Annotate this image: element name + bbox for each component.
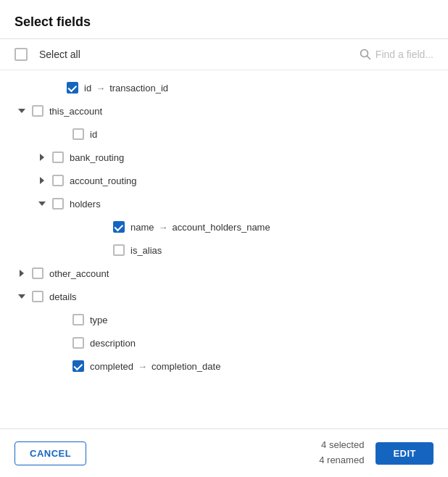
cancel-button[interactable]: CANCEL: [14, 441, 86, 465]
chevron-right-icon-account: [40, 177, 44, 184]
chevron-down-icon-holders: [38, 202, 46, 206]
expander-placeholder-details-type: [55, 312, 70, 327]
checkbox-holders-name[interactable]: [113, 221, 125, 233]
footer: CANCEL 4 selected 4 renamed EDIT: [0, 428, 448, 477]
checkbox-this-account[interactable]: [32, 105, 43, 117]
search-icon: [360, 49, 371, 60]
checkbox-this-account-id[interactable]: [72, 128, 84, 140]
field-name-holders-name: name: [130, 222, 154, 233]
field-row-this-account: this_account: [0, 99, 448, 123]
field-row-details: details: [0, 285, 448, 308]
chevron-right-icon-bank: [40, 154, 44, 161]
field-name-holders-is-alias: is_alias: [130, 245, 162, 256]
field-row-other-account: other_account: [0, 262, 448, 285]
field-name-account-routing: account_routing: [70, 175, 137, 186]
renamed-field-id-top: transaction_id: [109, 83, 168, 94]
field-row-this-account-id: id: [0, 123, 448, 146]
checkbox-id-top[interactable]: [67, 82, 78, 94]
svg-line-1: [367, 57, 370, 59]
edit-button[interactable]: EDIT: [376, 442, 434, 465]
select-all-label[interactable]: Select all: [39, 49, 80, 60]
renamed-field-holders-name: account_holders_name: [173, 222, 270, 233]
chevron-down-icon: [18, 109, 25, 113]
field-row-id-top: id → transaction_id: [0, 76, 448, 99]
field-name-id-top: id: [84, 83, 91, 94]
checkbox-details-completed[interactable]: [72, 360, 84, 372]
field-row-account-routing: account_routing: [0, 169, 448, 192]
expander-details[interactable]: [14, 289, 29, 304]
content-area: id → transaction_id this_account id bank…: [0, 70, 448, 428]
footer-stats: 4 selected 4 renamed: [319, 438, 364, 468]
field-name-bank-routing: bank_routing: [70, 152, 124, 163]
arrow-icon-id-top: →: [96, 83, 105, 94]
field-row-details-description: description: [0, 331, 448, 354]
renamed-field-details-completed: completion_date: [152, 361, 220, 372]
expander-bank-routing[interactable]: [35, 150, 49, 165]
field-name-details-description: description: [90, 338, 136, 349]
expander-holders[interactable]: [35, 196, 49, 211]
checkbox-bank-routing[interactable]: [52, 152, 64, 163]
chevron-right-icon-other: [20, 270, 24, 277]
field-name-other-account: other_account: [49, 268, 109, 279]
field-name-this-account-id: id: [90, 129, 97, 140]
expander-placeholder-this-account-id: [55, 127, 70, 141]
toolbar: Select all Find a field...: [0, 39, 448, 70]
field-row-holders-name: name → account_holders_name: [0, 215, 448, 238]
arrow-icon-holders-name: →: [159, 222, 168, 233]
field-name-details-type: type: [90, 315, 108, 325]
expander-placeholder-details-description: [55, 336, 70, 350]
expander-other-account[interactable]: [14, 266, 29, 281]
expander-account-routing[interactable]: [35, 173, 49, 188]
expander-placeholder-holders-name: [96, 220, 110, 234]
field-row-holders: holders: [0, 192, 448, 215]
expander-placeholder-details-completed: [55, 359, 70, 373]
field-row-bank-routing: bank_routing: [0, 146, 448, 169]
expander-placeholder-id-top: [49, 80, 64, 95]
checkbox-account-routing[interactable]: [52, 175, 64, 186]
expander-placeholder-holders-is-alias: [96, 243, 110, 257]
field-row-details-completed: completed → completion_date: [0, 354, 448, 378]
checkbox-details[interactable]: [32, 291, 43, 302]
expander-this-account[interactable]: [14, 104, 29, 118]
checkbox-other-account[interactable]: [32, 267, 43, 279]
chevron-down-icon-details: [18, 294, 25, 299]
field-name-details: details: [49, 291, 77, 302]
field-name-holders: holders: [70, 199, 101, 210]
select-all-checkbox[interactable]: [14, 48, 28, 61]
header: Select fields: [0, 0, 448, 39]
renamed-count: 4 renamed: [319, 453, 364, 468]
checkbox-holders[interactable]: [52, 198, 64, 210]
checkbox-details-type[interactable]: [72, 314, 84, 325]
field-row-holders-is-alias: is_alias: [0, 238, 448, 262]
field-name-this-account: this_account: [49, 106, 102, 117]
checkbox-details-description[interactable]: [72, 337, 84, 349]
checkbox-holders-is-alias[interactable]: [113, 244, 125, 256]
page-title: Select fields: [14, 14, 91, 29]
search-placeholder: Find a field...: [376, 49, 434, 60]
selected-count: 4 selected: [319, 438, 364, 453]
field-row-details-type: type: [0, 308, 448, 331]
field-name-details-completed: completed: [90, 361, 133, 372]
arrow-icon-details-completed: →: [138, 361, 147, 372]
